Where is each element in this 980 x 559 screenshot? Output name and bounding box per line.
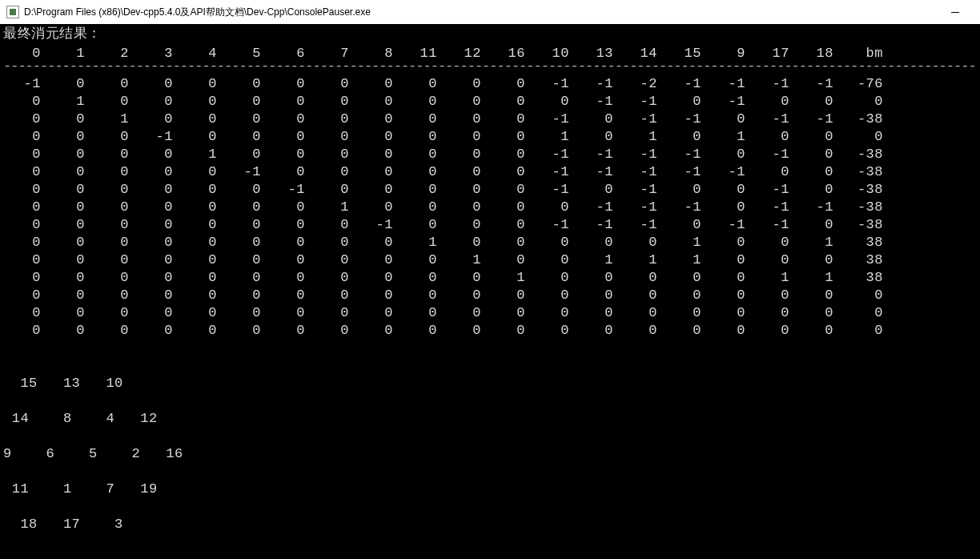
table-cell: 0 — [267, 216, 311, 234]
table-cell: -1 — [708, 93, 752, 111]
table-cell: 0 — [47, 146, 91, 163]
table-cell: 0 — [47, 163, 91, 181]
table-cell: 1 — [400, 234, 444, 251]
table-cell: 0 — [91, 304, 135, 322]
table-cell: 0 — [576, 322, 620, 340]
table-cell: 1 — [752, 269, 796, 287]
table-cell: 0 — [135, 287, 179, 304]
table-cell: 0 — [311, 269, 355, 287]
table-cell: 0 — [400, 251, 444, 269]
table-cell: -1 — [620, 216, 664, 234]
column-header: 6 — [267, 45, 311, 62]
table-cell: 1 — [620, 128, 664, 146]
table-cell: -1 — [752, 199, 796, 216]
table-cell: 0 — [840, 93, 890, 111]
table-cell: 0 — [135, 251, 179, 269]
table-cell: 0 — [179, 234, 223, 251]
table-cell: 0 — [91, 234, 135, 251]
table-cell: 0 — [311, 216, 355, 234]
table-cell: 0 — [796, 251, 840, 269]
table-cell: -1 — [620, 146, 664, 163]
table-cell: 0 — [400, 287, 444, 304]
column-header: 1 — [47, 45, 91, 62]
table-cell: 0 — [135, 199, 179, 216]
output-line: 18 17 3 — [3, 516, 977, 533]
table-cell: 0 — [91, 216, 135, 234]
table-cell: 0 — [620, 287, 664, 304]
table-cell: -38 — [840, 111, 890, 128]
table-cell: 0 — [355, 251, 400, 269]
result-header: 最终消元结果： — [3, 26, 977, 43]
table-cell: 0 — [400, 93, 444, 111]
table-cell: 0 — [355, 163, 400, 181]
table-cell: 0 — [91, 75, 135, 93]
table-cell: 0 — [796, 93, 840, 111]
table-cell: 0 — [267, 304, 311, 322]
table-cell: 0 — [752, 287, 796, 304]
table-cell: 0 — [576, 128, 620, 146]
table-cell: -1 — [620, 111, 664, 128]
table-cell: 0 — [708, 111, 752, 128]
table-cell: 0 — [311, 93, 355, 111]
table-cell: 0 — [576, 287, 620, 304]
table-cell: 0 — [311, 304, 355, 322]
column-header: 5 — [223, 45, 267, 62]
table-cell: 0 — [752, 234, 796, 251]
table-cell: 0 — [355, 111, 400, 128]
table-cell: 0 — [620, 304, 664, 322]
console-output: 最终消元结果： 0123456781112161013141591718bm -… — [0, 24, 980, 553]
table-cell: 0 — [3, 269, 47, 287]
table-cell: 0 — [223, 234, 267, 251]
table-cell: -1 — [532, 146, 576, 163]
table-row: 0100000000000-1-10-1000 — [3, 93, 977, 111]
table-cell: -1 — [664, 75, 708, 93]
table-cell: -1 — [664, 111, 708, 128]
table-cell: 0 — [400, 269, 444, 287]
table-cell: -1 — [532, 75, 576, 93]
table-cell: 0 — [267, 128, 311, 146]
output-line: 9 6 5 2 16 — [3, 445, 977, 463]
column-header: 7 — [311, 45, 355, 62]
table-cell: -1 — [135, 128, 179, 146]
table-cell: 0 — [223, 111, 267, 128]
table-cell: 0 — [47, 111, 91, 128]
table-cell: 0 — [91, 322, 135, 340]
table-cell: 0 — [311, 234, 355, 251]
minimize-button[interactable] — [937, 0, 974, 24]
table-cell: 0 — [47, 269, 91, 287]
table-cell: 0 — [532, 251, 576, 269]
table-cell: 0 — [47, 181, 91, 199]
table-cell: -1 — [796, 199, 840, 216]
table-cell: 0 — [135, 146, 179, 163]
table-cell: 0 — [796, 128, 840, 146]
table-cell: 0 — [444, 111, 488, 128]
table-cell: 0 — [840, 287, 890, 304]
table-cell: 1 — [664, 251, 708, 269]
bottom-output: 15 13 10 14 8 4 129 6 5 2 16 11 1 7 19 1… — [3, 375, 977, 533]
table-cell: 0 — [488, 199, 532, 216]
table-cell: 0 — [135, 304, 179, 322]
table-cell: -1 — [664, 146, 708, 163]
table-cell: 1 — [47, 93, 91, 111]
table-cell: 0 — [532, 199, 576, 216]
separator-line: ----------------------------------------… — [3, 62, 977, 70]
output-line: 11 1 7 19 — [3, 481, 977, 498]
table-cell: 0 — [179, 322, 223, 340]
table-cell: 0 — [3, 234, 47, 251]
table-cell: 0 — [179, 304, 223, 322]
table-cell: 0 — [664, 287, 708, 304]
column-header: 14 — [620, 45, 664, 62]
table-cell: 0 — [311, 163, 355, 181]
table-cell: -1 — [576, 199, 620, 216]
table-cell: 1 — [532, 128, 576, 146]
table-cell: -1 — [267, 181, 311, 199]
table-cell: 0 — [444, 304, 488, 322]
table-cell: 0 — [179, 111, 223, 128]
table-row: 001000000000-10-1-10-1-1-38 — [3, 111, 977, 128]
table-cell: 0 — [91, 146, 135, 163]
table-cell: 0 — [91, 181, 135, 199]
table-cell: 0 — [223, 93, 267, 111]
table-cell: -1 — [576, 216, 620, 234]
table-cell: -1 — [532, 163, 576, 181]
table-cell: 0 — [840, 322, 890, 340]
